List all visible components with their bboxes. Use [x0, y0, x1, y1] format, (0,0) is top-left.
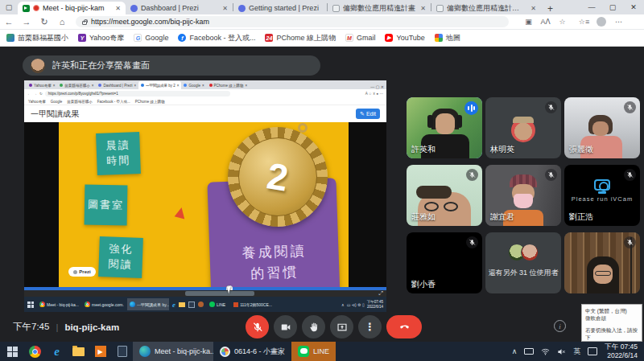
inner-tab-active[interactable]: 一甲閱讀成果 by 2× — [138, 81, 181, 89]
taskbar-meet-window[interactable]: Meet - biq-pijc-ka... — [133, 342, 213, 361]
taskbar-clock[interactable]: 下午 07:452022/6/14 — [605, 343, 638, 359]
ime-language-indicator[interactable]: 英 — [573, 347, 580, 357]
tab-close-icon[interactable]: ✕ — [222, 5, 228, 12]
participant-tile[interactable]: 林明英 — [485, 97, 561, 158]
inner-app-chrome-meet2[interactable]: meet.google.com... — [82, 298, 124, 310]
mic-toggle-button[interactable] — [246, 315, 269, 338]
tab-close-icon[interactable]: ✕ — [115, 5, 121, 12]
start-button[interactable] — [0, 342, 24, 361]
tab-rural-digital-2[interactable]: 偏鄉數位應用精進計畫>>公... ✕ — [431, 2, 541, 14]
participant-tile[interactable]: 莊雅如 — [407, 165, 482, 226]
inner-tray-chevron-icon[interactable]: ∧ — [341, 302, 345, 307]
favorites-list-icon[interactable]: ☆≡ — [576, 18, 592, 26]
raise-hand-button[interactable] — [302, 315, 325, 338]
bookmark-school[interactable]: 苗栗縣福基國小 — [6, 33, 68, 43]
address-bar[interactable]: https://meet.google.com/biq-pijc-kam — [76, 16, 509, 27]
hidden-icons-chevron[interactable]: ∧ — [512, 347, 518, 355]
read-aloud-icon[interactable]: Aᐱ — [537, 18, 554, 26]
new-tab-button[interactable]: + — [541, 3, 559, 14]
inner-start-button[interactable] — [27, 302, 34, 308]
camera-toggle-button[interactable] — [274, 315, 297, 338]
minimize-button[interactable]: — — [581, 0, 602, 14]
home-button[interactable]: ⌂ — [53, 17, 71, 27]
inner-address-row: ← → ↻ https://prezi.com/p/8yovg/ghsll1/?… — [24, 89, 386, 98]
back-button[interactable]: ← — [0, 17, 18, 27]
tab-prezi-dashboard[interactable]: Dashboard | Prezi ✕ — [126, 2, 233, 14]
refresh-button[interactable]: ↻ — [35, 17, 53, 27]
ime-keyboard-icon[interactable] — [588, 347, 597, 355]
inner-bookmark[interactable]: PChome 線上購物 — [135, 100, 165, 104]
inner-line-app[interactable]: LINE — [207, 298, 228, 310]
tab-close-icon[interactable]: ✕ — [420, 5, 426, 12]
participant-tile[interactable]: 謝宜君 — [485, 165, 561, 226]
more-options-button[interactable]: ⋮ — [358, 315, 382, 338]
inner-folder-icon[interactable] — [179, 302, 185, 307]
inner-address-bar[interactable]: https://prezi.com/p/8yovg/ghsll1/?presen… — [45, 91, 230, 96]
bookmark-pchome[interactable]: 24PChome 線上購物 — [265, 33, 336, 43]
inner-tab[interactable]: Google× — [181, 81, 206, 89]
bookmark-maps[interactable]: 地圖 — [435, 33, 460, 43]
bookmark-google[interactable]: GGoogle — [134, 34, 168, 42]
taskbar-paint-window[interactable]: 0614-6 - 小畫家 — [213, 342, 291, 361]
send-to-device-icon[interactable]: ▣ — [520, 18, 537, 26]
wifi-icon[interactable] — [541, 347, 550, 356]
inner-bookmark[interactable]: 苗栗縣福基國小 — [67, 100, 93, 104]
tab-rural-digital-1[interactable]: 偏鄉數位應用精進計畫 ✕ — [328, 2, 431, 14]
edit-button[interactable]: ✎ Edit — [356, 109, 380, 119]
settings-menu-icon[interactable]: ⋯ — [610, 18, 627, 26]
inner-bookmark[interactable]: Facebook - 登入或... — [97, 100, 130, 104]
file-explorer-icon[interactable] — [68, 342, 89, 361]
end-call-button[interactable] — [386, 315, 422, 338]
inner-ie-icon[interactable]: e — [172, 301, 175, 309]
participant-tile-speaker[interactable]: 許英和 — [407, 97, 482, 158]
inner-app-edge-prezi[interactable]: 一甲閱讀成果 by... — [127, 298, 169, 310]
ie-taskbar-icon[interactable]: e — [46, 342, 68, 361]
inner-app-icon[interactable] — [198, 302, 204, 307]
close-button[interactable]: ✕ — [623, 0, 644, 14]
present-screen-button[interactable] — [330, 315, 353, 338]
tab-actions-icon[interactable]: ▢ — [0, 0, 18, 14]
bookmark-yahoo[interactable]: YYahoo奇摩 — [78, 33, 124, 43]
participant-tile[interactable]: 張麗徵 — [564, 97, 640, 158]
bookmark-youtube[interactable]: ▶YouTube — [385, 34, 424, 42]
bookmark-facebook[interactable]: fFacebook - 登入或... — [178, 33, 255, 43]
horizontal-scrollbar[interactable]: ⤢ — [24, 290, 386, 297]
inner-back-icon[interactable]: ← — [27, 92, 31, 96]
browser-tab-strip: ▢ Meet - biq-pijc-kam ✕ Dashboard | Prez… — [0, 0, 644, 14]
chrome-taskbar-icon[interactable] — [24, 342, 46, 361]
fullscreen-icon[interactable]: ⤢ — [378, 290, 383, 297]
inner-forward-icon[interactable]: → — [34, 92, 38, 96]
add-favorite-icon[interactable]: ☆ — [554, 18, 571, 26]
profile-avatar[interactable] — [597, 17, 606, 27]
inner-powerpoint-app[interactable]: 111年2鄉500CE... — [231, 298, 273, 310]
movies-tv-icon[interactable]: ▶ — [89, 342, 111, 361]
tab-meet[interactable]: Meet - biq-pijc-kam ✕ — [18, 2, 126, 14]
volume-muted-icon[interactable] — [557, 347, 566, 356]
more-participants-tile[interactable]: 還有另外 31 位使用者 — [485, 232, 561, 293]
inner-tab[interactable]: Dashboard | Prezi× — [96, 81, 138, 89]
inner-monitor-icon[interactable] — [188, 302, 195, 308]
shared-screen: Yahoo奇摩× 苗栗縣福基國小× Dashboard | Prezi× 一甲閱… — [24, 80, 386, 312]
inner-tab[interactable]: Yahoo奇摩× — [27, 81, 57, 89]
forward-button[interactable]: → — [18, 17, 35, 27]
info-icon[interactable]: i — [554, 320, 566, 332]
window-controls: — ▢ ✕ — [581, 0, 644, 14]
tab-prezi-getting-started[interactable]: Getting started | Prezi — [233, 2, 327, 14]
scrollbar-thumb[interactable] — [185, 291, 254, 296]
ime-language-panel: 中文 (繁體，台灣) 微軟倉頡 若要切換輸入法，請按下 Windows 鍵+空格… — [581, 304, 642, 342]
calculator-icon[interactable] — [111, 342, 133, 361]
participant-tile-ivcam[interactable]: Please run iVCam 劉正浩 — [564, 165, 640, 226]
device-icon[interactable] — [524, 348, 534, 355]
taskbar-line-window[interactable]: LINE — [291, 342, 336, 361]
participant-tile[interactable]: 劉小香 — [407, 232, 482, 293]
bookmark-gmail[interactable]: MGmail — [345, 34, 376, 42]
inner-app-chrome-meet[interactable]: Meet - biq-pij-ka... — [37, 298, 79, 310]
inner-bookmark[interactable]: Google — [51, 100, 63, 104]
inner-bookmark[interactable]: Yahoo奇摩 — [28, 100, 46, 104]
inner-refresh-icon[interactable]: ↻ — [39, 92, 43, 96]
participant-tile[interactable] — [564, 232, 640, 293]
inner-tab[interactable]: 苗栗縣福基國小× — [57, 81, 96, 89]
maximize-button[interactable]: ▢ — [602, 0, 623, 14]
tab-close-icon[interactable]: ✕ — [530, 5, 536, 12]
inner-tab[interactable]: PChome 線上購物× — [207, 81, 250, 89]
